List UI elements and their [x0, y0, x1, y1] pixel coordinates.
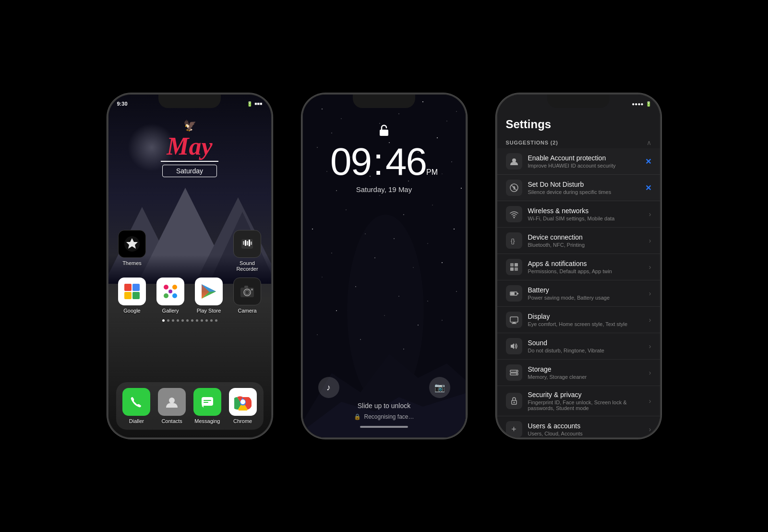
- dock: Dialler Contacts Messaging: [116, 382, 264, 430]
- settings-item-battery[interactable]: Battery Power saving mode, Battery usage…: [497, 280, 660, 307]
- settings-item-display[interactable]: Display Eye comfort, Home screen style, …: [497, 307, 660, 333]
- security-chevron: ›: [649, 397, 651, 405]
- app-google[interactable]: Google: [115, 278, 149, 314]
- svg-rect-71: [380, 130, 388, 136]
- settings-item-storage[interactable]: Storage Memory, Storage cleaner ›: [497, 360, 660, 386]
- camera-label: Camera: [238, 308, 256, 314]
- users-title: Users & accounts: [528, 422, 649, 430]
- gallery-icon: [156, 278, 184, 305]
- svg-point-29: [446, 121, 447, 121]
- svg-rect-80: [515, 267, 518, 271]
- svg-point-54: [331, 253, 332, 253]
- svg-point-28: [422, 101, 423, 102]
- security-text: Security & privacy Fingerprint ID, Face …: [528, 391, 649, 411]
- home-bar: [360, 426, 408, 428]
- settings-item-wireless[interactable]: Wireless & networks Wi-Fi, Dual SIM sett…: [497, 201, 660, 228]
- svg-point-61: [427, 301, 428, 301]
- svg-point-22: [240, 399, 245, 404]
- svg-point-52: [427, 243, 428, 243]
- svg-point-66: [442, 320, 442, 320]
- display-text: Display Eye comfort, Home screen style, …: [528, 313, 649, 327]
- security-icon: [506, 393, 522, 409]
- app-contacts[interactable]: Contacts: [155, 388, 189, 424]
- storage-text: Storage Memory, Storage cleaner: [528, 365, 649, 380]
- device-subtitle: Bluetooth, NFC, Printing: [528, 242, 649, 248]
- svg-point-62: [456, 291, 457, 292]
- wireless-chevron: ›: [649, 210, 651, 218]
- svg-point-25: [341, 118, 341, 119]
- app-camera[interactable]: Camera: [230, 278, 264, 314]
- apps-row2: Google Gallery: [107, 278, 273, 314]
- account-protection-dismiss[interactable]: ✕: [645, 157, 651, 166]
- apps-action: ›: [649, 263, 651, 271]
- users-icon: +: [506, 421, 522, 437]
- app-chrome[interactable]: Chrome: [226, 388, 260, 424]
- svg-point-46: [346, 209, 346, 210]
- home-day: Saturday: [162, 165, 217, 177]
- users-chevron: ›: [649, 425, 651, 433]
- storage-title: Storage: [528, 365, 649, 373]
- status-icons: 🔋 ■■■: [247, 101, 262, 107]
- settings-status-icons: ●●●● 🔋: [632, 101, 651, 107]
- svg-rect-77: [510, 263, 514, 266]
- account-protection-icon: [506, 153, 522, 169]
- app-messaging[interactable]: Messaging: [191, 388, 224, 424]
- lock-notch: [353, 95, 415, 108]
- svg-point-92: [513, 402, 515, 403]
- google-icon: [118, 278, 146, 305]
- lock-colon: :: [371, 143, 385, 181]
- apps-chevron: ›: [649, 263, 651, 271]
- music-icon-btn[interactable]: ♪: [318, 377, 339, 398]
- settings-battery: 🔋: [646, 101, 651, 107]
- battery-settings-icon: [506, 285, 522, 302]
- svg-point-24: [322, 109, 323, 109]
- storage-subtitle: Memory, Storage cleaner: [528, 374, 649, 380]
- lock-bottom: ♪ 📷 Slide up to unlock 🔒 Recognising fac…: [303, 377, 466, 437]
- device-icon: {}: [506, 232, 522, 249]
- device-chevron: ›: [649, 237, 651, 244]
- apps-title: Apps & notifications: [528, 260, 649, 267]
- suggestions-header[interactable]: SUGGESTIONS (2) ∧: [497, 135, 660, 148]
- home-header: 🦅 May Saturday: [161, 110, 218, 177]
- app-dialler[interactable]: Dialler: [120, 388, 154, 424]
- dnd-dismiss[interactable]: ✕: [645, 183, 651, 193]
- display-subtitle: Eye comfort, Home screen style, Text sty…: [528, 321, 649, 327]
- settings-content: Settings SUGGESTIONS (2) ∧ Enable Accoun…: [497, 110, 660, 437]
- sound-subtitle: Do not disturb, Ringtone, Vibrate: [528, 348, 649, 353]
- display-title: Display: [528, 313, 649, 320]
- settings-item-apps[interactable]: Apps & notifications Permissions, Defaul…: [497, 254, 660, 280]
- svg-point-33: [456, 111, 456, 111]
- phone-lock-screen: airtel ● ● ● ● 🔋 09 : 46 PM Saturday, 19…: [301, 93, 467, 439]
- settings-item-dnd[interactable]: Set Do Not Disturb Silence device during…: [497, 175, 660, 201]
- settings-item-security[interactable]: Security & privacy Fingerprint ID, Face …: [497, 386, 660, 416]
- chrome-label: Chrome: [233, 418, 252, 424]
- battery-icon: 🔋: [247, 101, 252, 107]
- eagle-icon: 🦅: [183, 120, 196, 132]
- svg-rect-18: [202, 397, 213, 406]
- dialler-icon: [122, 388, 150, 416]
- face-text: Recognising face…: [364, 413, 414, 420]
- account-protection-subtitle: Improve HUAWEI ID account security: [528, 163, 645, 169]
- svg-point-58: [322, 277, 322, 277]
- settings-item-sound[interactable]: Sound Do not disturb, Ringtone, Vibrate …: [497, 333, 660, 360]
- apps-subtitle: Permissions, Default apps, App twin: [528, 268, 649, 274]
- lock-hour: 09: [330, 143, 371, 181]
- settings-item-users[interactable]: + Users & accounts Users, Cloud, Account…: [497, 416, 660, 437]
- svg-point-53: [454, 229, 455, 230]
- lock-bottom-icons: ♪ 📷: [303, 377, 466, 398]
- unlock-icon: [377, 123, 391, 137]
- messaging-icon: [193, 388, 221, 416]
- svg-point-49: [312, 229, 313, 230]
- app-gallery[interactable]: Gallery: [154, 278, 187, 314]
- battery-subtitle: Power saving mode, Battery usage: [528, 295, 649, 301]
- device-text: Device connection Bluetooth, NFC, Printi…: [528, 233, 649, 248]
- svg-point-75: [513, 217, 515, 218]
- app-play-store[interactable]: Play Store: [192, 278, 226, 314]
- camera-icon-btn[interactable]: 📷: [429, 377, 450, 398]
- settings-item-device[interactable]: {} Device connection Bluetooth, NFC, Pri…: [497, 228, 660, 254]
- svg-point-63: [336, 310, 337, 311]
- display-icon: [506, 312, 522, 328]
- settings-item-account-protection[interactable]: Enable Account protection Improve HUAWEI…: [497, 148, 660, 175]
- chrome-icon: [229, 388, 257, 416]
- settings-signal: ●●●●: [632, 101, 643, 107]
